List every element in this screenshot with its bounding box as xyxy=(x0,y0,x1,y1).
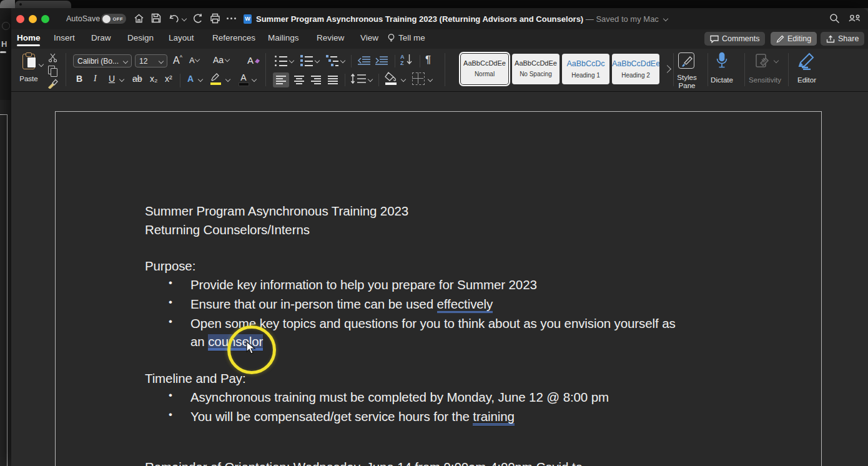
style-no-spacing[interactable]: AaBbCcDdEe No Spacing xyxy=(512,54,560,84)
dictate-button[interactable] xyxy=(716,52,728,73)
doc-text-run: You will be compensated/get service hour… xyxy=(190,409,473,424)
grow-font-button[interactable]: A^ xyxy=(173,54,182,66)
pencil-icon xyxy=(776,35,784,43)
styles-pane-button[interactable] xyxy=(678,52,696,70)
editor-button[interactable] xyxy=(797,52,816,72)
brush-icon xyxy=(681,55,693,67)
line-spacing-button[interactable] xyxy=(350,73,367,86)
tab-review[interactable]: Review xyxy=(317,33,344,42)
style-heading2[interactable]: AaBbCcDdEe Heading 2 xyxy=(612,54,659,84)
superscript-button[interactable]: x² xyxy=(165,74,172,84)
tab-mailings[interactable]: Mailings xyxy=(268,33,299,42)
eraser-icon xyxy=(254,58,260,64)
tab-home[interactable]: Home xyxy=(17,33,41,42)
doc-bullet-line[interactable]: •Ensure that our in-person time can be u… xyxy=(145,297,790,312)
cut-icon[interactable] xyxy=(48,53,57,65)
text-effects-button[interactable]: A xyxy=(187,74,194,84)
bold-button[interactable]: B xyxy=(76,74,82,84)
doc-text-run: Provide key information to help you prep… xyxy=(190,277,537,292)
style-normal[interactable]: AaBbCcDdEe Normal xyxy=(461,54,508,84)
save-icon[interactable] xyxy=(151,13,161,23)
format-painter-icon[interactable] xyxy=(47,79,58,91)
close-button[interactable] xyxy=(16,15,24,23)
doc-line[interactable]: Purpose: xyxy=(145,259,744,274)
paste-label: Paste xyxy=(16,75,41,82)
divider xyxy=(395,55,395,67)
doc-text-run: Remainder of Orientation: Wednesday, Jun… xyxy=(145,460,583,466)
shrink-font-button[interactable]: A xyxy=(189,56,199,65)
italic-button[interactable]: I xyxy=(94,74,97,84)
borders-button[interactable] xyxy=(412,72,425,85)
search-icon[interactable] xyxy=(829,13,840,24)
show-paragraph-marks-button[interactable]: ¶ xyxy=(425,54,431,66)
doc-line[interactable]: Remainder of Orientation: Wednesday, Jun… xyxy=(145,460,744,466)
tab-insert[interactable]: Insert xyxy=(54,33,75,42)
numbered-list-icon[interactable] xyxy=(300,55,313,66)
bullet-marker: • xyxy=(169,315,172,328)
tab-layout[interactable]: Layout xyxy=(169,33,194,42)
align-center-button[interactable] xyxy=(291,72,307,87)
tab-design[interactable]: Design xyxy=(127,33,154,42)
autosave-toggle[interactable]: OFF xyxy=(101,14,126,24)
redo-icon[interactable] xyxy=(192,13,203,24)
sort-button[interactable]: A Z xyxy=(400,54,415,67)
presence-people-icon[interactable] xyxy=(848,13,861,24)
bullet-list-icon[interactable] xyxy=(275,55,287,66)
background-document-area xyxy=(0,100,11,466)
editor-pencil-icon xyxy=(797,52,816,70)
word-doc-icon: W xyxy=(244,14,252,24)
style-heading1[interactable]: AaBbCcDc Heading 1 xyxy=(562,54,609,84)
grammar-flagged-word[interactable]: effectively xyxy=(437,297,493,313)
copy-icon[interactable] xyxy=(48,66,57,76)
multilevel-list-icon[interactable] xyxy=(326,55,338,66)
toggle-knob-icon xyxy=(102,15,111,23)
paste-button[interactable] xyxy=(22,52,36,69)
highlight-color-button[interactable] xyxy=(210,72,223,86)
tab-draw[interactable]: Draw xyxy=(91,33,111,42)
tab-references[interactable]: References xyxy=(212,33,255,42)
justify-button[interactable] xyxy=(325,72,341,87)
doc-line[interactable]: Summer Program Asynchronous Training 202… xyxy=(145,204,744,219)
subscript-button[interactable]: x₂ xyxy=(150,74,157,84)
doc-bullet-line[interactable]: •Provide key information to help you pre… xyxy=(145,277,790,292)
underline-button[interactable]: U xyxy=(109,74,115,84)
font-size-select[interactable]: 12 xyxy=(135,54,167,67)
decrease-indent-icon[interactable] xyxy=(357,56,371,66)
title-dropdown-icon[interactable] xyxy=(663,16,668,21)
undo-icon[interactable] xyxy=(169,13,180,24)
tab-tellme[interactable]: Tell me xyxy=(398,33,425,42)
home-icon[interactable] xyxy=(134,13,144,24)
doc-bullet-line[interactable]: •You will be compensated/get service hou… xyxy=(145,409,790,424)
divider xyxy=(378,74,379,86)
minimize-button[interactable] xyxy=(29,15,37,23)
strikethrough-button[interactable]: ab xyxy=(132,74,142,84)
font-name-select[interactable]: Calibri (Bo... xyxy=(73,54,132,67)
screen: H AutoSave OFF W Summer Program Asyn xyxy=(0,0,868,466)
document-title[interactable]: Summer Program Asynchronous Training 202… xyxy=(256,14,668,24)
divider xyxy=(351,55,352,67)
background-window-top-bar xyxy=(0,0,868,8)
print-icon[interactable] xyxy=(210,13,220,24)
editing-mode-button[interactable]: Editing xyxy=(771,32,817,46)
comments-button[interactable]: Comments xyxy=(704,32,765,46)
doc-line[interactable]: Returning Counselors/Interns xyxy=(145,222,744,237)
tab-view[interactable]: View xyxy=(360,33,378,42)
increase-indent-icon[interactable] xyxy=(375,56,388,66)
doc-text-run: Summer Program Asynchronous Training 202… xyxy=(145,204,408,218)
autosave-label: AutoSave xyxy=(66,14,100,23)
shading-button[interactable] xyxy=(385,72,398,87)
zoom-button[interactable] xyxy=(41,15,49,23)
font-color-button[interactable]: A xyxy=(239,72,249,86)
divider xyxy=(180,74,180,87)
clear-formatting-button[interactable]: A xyxy=(247,55,260,66)
align-right-button[interactable] xyxy=(308,72,324,87)
save-status: — Saved to my Mac xyxy=(586,14,659,24)
doc-line[interactable]: Timeline and Pay: xyxy=(145,371,744,386)
more-commands-icon[interactable] xyxy=(227,17,237,20)
doc-bullet-line[interactable]: •Asynchronous training must be completed… xyxy=(145,390,790,405)
change-case-button[interactable]: Aa xyxy=(213,55,229,65)
sensitivity-icon xyxy=(754,53,771,69)
grammar-flagged-word[interactable]: training xyxy=(473,409,514,425)
share-button[interactable]: Share xyxy=(821,32,864,46)
align-left-button[interactable] xyxy=(273,72,289,87)
